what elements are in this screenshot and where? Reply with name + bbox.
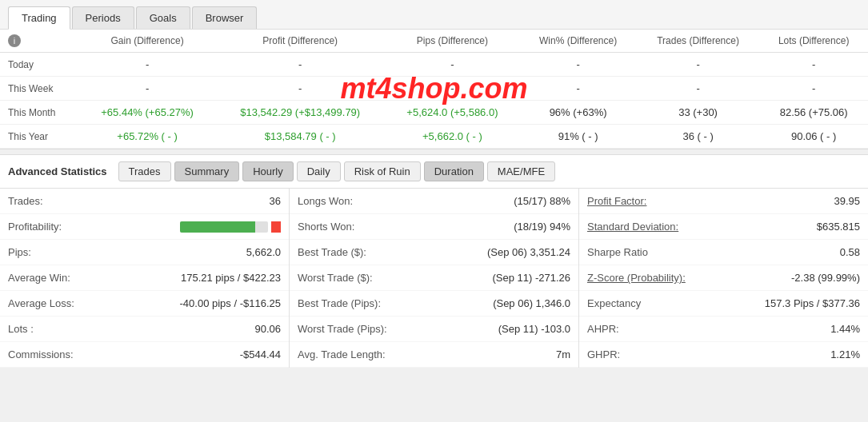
progress-red: [271, 221, 281, 233]
adv-tabs-row: Advanced Statistics Trades Summary Hourl…: [0, 155, 868, 189]
stat-label-worst-trade-dollar: Worst Trade ($):: [298, 272, 373, 284]
row-gain-thisweek: -: [79, 77, 215, 101]
row-profit-today: -: [215, 53, 386, 77]
header-win: Win% (Difference): [519, 30, 637, 53]
header-pips: Pips (Difference): [386, 30, 520, 53]
row-gain-thismonth: +65.44% (+65.27%): [79, 101, 215, 125]
tab-risk-of-ruin[interactable]: Risk of Ruin: [344, 161, 421, 181]
stat-label-zscore: Z-Score (Probability):: [587, 272, 686, 284]
table-row: Today - - - - - -: [0, 53, 868, 77]
stat-value-pips: 5,662.0: [246, 246, 281, 258]
row-label-thisweek: This Week: [0, 77, 79, 101]
row-trades-today: -: [637, 53, 759, 77]
stat-label-shorts-won: Shorts Won:: [298, 221, 354, 233]
stat-label-longs-won: Longs Won:: [298, 195, 353, 207]
row-label-thisyear: This Year: [0, 125, 79, 149]
row-profit-thisyear: $13,584.79 ( - ): [215, 125, 386, 149]
stat-value-worst-trade-dollar: (Sep 11) -271.26: [492, 272, 570, 284]
tab-mae-mfe[interactable]: MAE/MFE: [487, 161, 555, 181]
tab-trades[interactable]: Trades: [118, 161, 171, 181]
adv-col-1: Trades: 36 Profitability: Pips: 5,662.0 …: [0, 189, 289, 368]
header-gain: Gain (Difference): [79, 30, 215, 53]
stat-label-avg-trade-length: Avg. Trade Length:: [298, 348, 386, 360]
stat-row-avg-loss: Average Loss: -40.00 pips / -$116.25: [0, 291, 289, 316]
stat-label-sharpe-ratio: Sharpe Ratio: [587, 246, 648, 258]
row-pips-today: -: [386, 53, 520, 77]
row-label-today: Today: [0, 53, 79, 77]
tab-goals[interactable]: Goals: [136, 6, 190, 29]
row-lots-thisweek: -: [759, 77, 868, 101]
stat-value-shorts-won: (18/19) 94%: [514, 221, 570, 233]
stat-row-worst-trade-dollar: Worst Trade ($): (Sep 11) -271.26: [290, 265, 578, 291]
stats-table: i Gain (Difference) Profit (Difference) …: [0, 30, 868, 149]
stat-value-avg-win: 175.21 pips / $422.23: [181, 272, 281, 284]
row-win-thisweek: -: [519, 77, 637, 101]
stat-label-commissions: Commissions:: [8, 348, 74, 360]
stat-value-ahpr: 1.44%: [830, 323, 860, 335]
stat-value-best-trade-dollar: (Sep 06) 3,351.24: [487, 246, 570, 258]
stat-row-zscore: Z-Score (Probability): -2.38 (99.99%): [579, 265, 868, 291]
stat-value-longs-won: (15/17) 88%: [514, 195, 570, 207]
tab-periods[interactable]: Periods: [72, 6, 134, 29]
stat-row-profitability: Profitability:: [0, 214, 289, 240]
stat-label-avg-loss: Average Loss:: [8, 297, 74, 309]
section-separator: [0, 149, 868, 155]
stat-value-zscore: -2.38 (99.99%): [791, 272, 860, 284]
stat-row-shorts-won: Shorts Won: (18/19) 94%: [290, 214, 578, 240]
stat-row-sharpe-ratio: Sharpe Ratio 0.58: [579, 240, 868, 265]
tab-daily[interactable]: Daily: [297, 161, 341, 181]
stat-value-best-trade-pips: (Sep 06) 1,346.0: [493, 297, 570, 309]
row-label-thismonth: This Month: [0, 101, 79, 125]
stat-label-pips: Pips:: [8, 246, 31, 258]
tab-trading[interactable]: Trading: [8, 6, 70, 30]
stat-label-worst-trade-pips: Worst Trade (Pips):: [298, 323, 387, 335]
stat-label-expectancy: Expectancy: [587, 297, 641, 309]
stat-label-trades: Trades:: [8, 195, 43, 207]
stat-value-ghpr: 1.21%: [830, 348, 860, 360]
stat-row-ghpr: GHPR: 1.21%: [579, 342, 868, 368]
stat-value-lots: 90.06: [254, 323, 281, 335]
stat-value-expectancy: 157.3 Pips / $377.36: [765, 297, 860, 309]
stat-row-expectancy: Expectancy 157.3 Pips / $377.36: [579, 291, 868, 316]
row-lots-today: -: [759, 53, 868, 77]
stat-label-avg-win: Average Win:: [8, 272, 70, 284]
stat-label-std-deviation: Standard Deviation:: [587, 221, 678, 233]
tab-summary[interactable]: Summary: [174, 161, 240, 181]
stat-value-trades: 36: [270, 195, 281, 207]
table-row: This Month +65.44% (+65.27%) $13,542.29 …: [0, 101, 868, 125]
tab-duration[interactable]: Duration: [424, 161, 484, 181]
stat-value-sharpe-ratio: 0.58: [840, 246, 860, 258]
row-lots-thismonth: 82.56 (+75.06): [759, 101, 868, 125]
header-lots: Lots (Difference): [759, 30, 868, 53]
row-gain-today: -: [79, 53, 215, 77]
table-row: This Week - - - - - -: [0, 77, 868, 101]
row-trades-thismonth: 33 (+30): [637, 101, 759, 125]
stat-value-avg-loss: -40.00 pips / -$116.25: [180, 297, 281, 309]
row-win-thismonth: 96% (+63%): [519, 101, 637, 125]
stat-row-std-deviation: Standard Deviation: $635.815: [579, 214, 868, 240]
stat-row-ahpr: AHPR: 1.44%: [579, 316, 868, 342]
header-profit: Profit (Difference): [215, 30, 386, 53]
info-icon: i: [8, 34, 21, 47]
stat-value-std-deviation: $635.815: [817, 221, 860, 233]
row-trades-thisweek: -: [637, 77, 759, 101]
stat-label-profit-factor: Profit Factor:: [587, 195, 646, 207]
stat-label-profitability: Profitability:: [8, 221, 62, 233]
stat-label-best-trade-dollar: Best Trade ($):: [298, 246, 366, 258]
stat-row-avg-trade-length: Avg. Trade Length: 7m: [290, 342, 578, 368]
top-tabs-container: Trading Periods Goals Browser: [0, 0, 868, 30]
stat-label-lots: Lots :: [8, 323, 34, 335]
tab-hourly[interactable]: Hourly: [242, 161, 294, 181]
tab-browser[interactable]: Browser: [192, 6, 258, 29]
adv-col-3: Profit Factor: 39.95 Standard Deviation:…: [579, 189, 868, 368]
row-pips-thismonth: +5,624.0 (+5,586.0): [386, 101, 520, 125]
stat-value-worst-trade-pips: (Sep 11) -103.0: [498, 323, 570, 335]
stat-row-best-trade-dollar: Best Trade ($): (Sep 06) 3,351.24: [290, 240, 578, 265]
stat-row-commissions: Commissions: -$544.44: [0, 342, 289, 368]
stat-value-avg-trade-length: 7m: [556, 348, 570, 360]
row-gain-thisyear: +65.72% ( - ): [79, 125, 215, 149]
table-row: This Year +65.72% ( - ) $13,584.79 ( - )…: [0, 125, 868, 149]
row-lots-thisyear: 90.06 ( - ): [759, 125, 868, 149]
adv-col-2: Longs Won: (15/17) 88% Shorts Won: (18/1…: [290, 189, 578, 368]
stat-value-commissions: -$544.44: [240, 348, 281, 360]
